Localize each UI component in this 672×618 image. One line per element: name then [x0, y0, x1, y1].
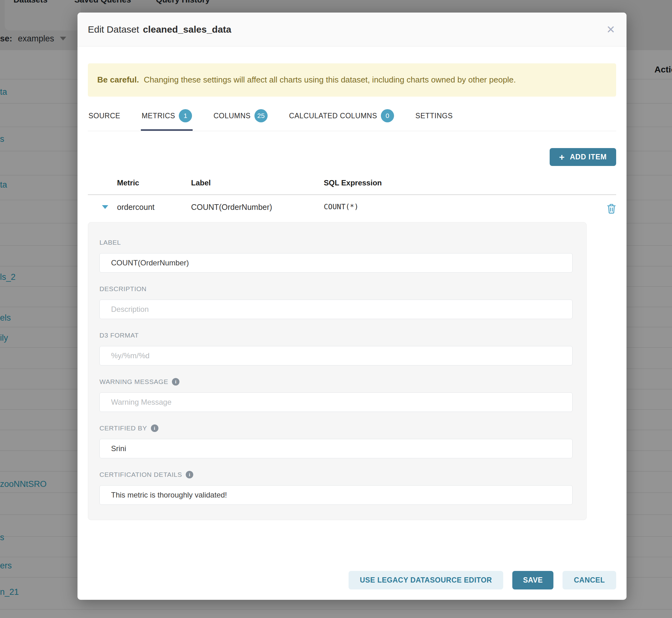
tab-calculated-columns[interactable]: CALCULATED COLUMNS0 [288, 109, 395, 131]
tab-label: CALCULATED COLUMNS [289, 112, 377, 120]
warning-message-field-group: WARNING MESSAGEi [99, 378, 573, 412]
tab-metrics[interactable]: METRICS1 [141, 109, 193, 131]
tab-columns[interactable]: COLUMNS25 [213, 109, 268, 131]
field-label-text: CERTIFIED BY [99, 424, 147, 432]
info-icon[interactable]: i [151, 424, 159, 432]
modal-title-prefix: Edit Dataset [88, 24, 139, 35]
edit-dataset-modal: Edit Dataset cleaned_sales_data ✕ Be car… [78, 13, 627, 600]
certification-details-field-group: CERTIFICATION DETAILSi [99, 471, 573, 505]
column-header-sql-expression: SQL Expression [324, 179, 600, 187]
use-legacy-datasource-editor-button[interactable]: USE LEGACY DATASOURCE EDITOR [349, 571, 503, 590]
warning-banner: Be careful. Changing these settings will… [88, 63, 616, 97]
label-field-group: LABEL [99, 239, 573, 273]
tab-label: METRICS [141, 112, 175, 120]
tab-settings[interactable]: SETTINGS [415, 109, 453, 131]
trash-icon[interactable] [607, 203, 616, 216]
certified-by-input[interactable] [99, 439, 573, 458]
d3-format-input[interactable] [99, 346, 573, 366]
modal-footer: USE LEGACY DATASOURCE EDITOR SAVE CANCEL [349, 571, 616, 590]
certification-details-label: CERTIFICATION DETAILSi [99, 471, 573, 479]
tab-source[interactable]: SOURCE [88, 109, 121, 131]
save-button[interactable]: SAVE [512, 571, 553, 590]
info-icon[interactable]: i [172, 378, 179, 386]
field-label-text: D3 FORMAT [99, 332, 139, 339]
tab-label: SOURCE [88, 112, 120, 120]
label-input[interactable] [99, 253, 573, 273]
description-label: DESCRIPTION [99, 285, 573, 293]
metric-detail-panel: LABELDESCRIPTIOND3 FORMATWARNING MESSAGE… [88, 222, 587, 520]
tab-count-badge: 1 [179, 109, 192, 122]
close-icon[interactable]: ✕ [606, 13, 615, 46]
modal-body: Be careful. Changing these settings will… [78, 63, 627, 520]
field-label-text: CERTIFICATION DETAILS [99, 471, 182, 479]
add-item-button[interactable]: + ADD ITEM [550, 148, 616, 166]
column-header-label: Label [191, 179, 324, 187]
add-item-label: ADD ITEM [570, 153, 607, 161]
certified-by-label: CERTIFIED BYi [99, 424, 573, 432]
metric-label: COUNT(OrderNumber) [191, 203, 324, 212]
tab-count-badge: 25 [255, 109, 268, 122]
warning-message-input[interactable] [99, 393, 573, 412]
certification-details-input[interactable] [99, 485, 573, 505]
description-input[interactable] [99, 300, 573, 319]
add-item-row: + ADD ITEM [88, 148, 616, 166]
label-label: LABEL [99, 239, 573, 246]
expand-caret-cell [88, 203, 117, 209]
metric-row: ordercountCOUNT(OrderNumber)COUNT(*) [88, 195, 616, 216]
plus-icon: + [559, 152, 565, 162]
warning-bold-text: Be careful. [97, 75, 139, 84]
editor-tabs: SOURCEMETRICS1COLUMNS25CALCULATED COLUMN… [88, 109, 616, 131]
caret-down-icon[interactable] [102, 205, 108, 209]
description-field-group: DESCRIPTION [99, 285, 573, 319]
cancel-button[interactable]: CANCEL [563, 571, 616, 590]
modal-header: Edit Dataset cleaned_sales_data ✕ [78, 13, 627, 46]
screen: Datasets Saved Queries Query History se:… [0, 0, 672, 618]
modal-title-dataset-name: cleaned_sales_data [143, 24, 231, 35]
metrics-table: MetricLabelSQL Expression ordercountCOUN… [88, 179, 616, 216]
tab-label: SETTINGS [415, 112, 453, 120]
d3-format-field-group: D3 FORMAT [99, 332, 573, 366]
d3-format-label: D3 FORMAT [99, 332, 573, 339]
metric-name: ordercount [117, 203, 191, 212]
info-icon[interactable]: i [186, 471, 193, 479]
warning-message-label: WARNING MESSAGEi [99, 378, 573, 386]
field-label-text: LABEL [99, 239, 121, 246]
tab-label: COLUMNS [213, 112, 251, 120]
field-label-text: WARNING MESSAGE [99, 378, 168, 386]
metrics-table-body: ordercountCOUNT(OrderNumber)COUNT(*) [88, 195, 616, 216]
warning-text: Changing these settings will affect all … [144, 75, 516, 84]
metrics-table-header: MetricLabelSQL Expression [88, 179, 616, 195]
metric-sql-expression: COUNT(*) [324, 203, 600, 211]
column-header-metric: Metric [117, 179, 191, 187]
certified-by-field-group: CERTIFIED BYi [99, 424, 573, 458]
field-label-text: DESCRIPTION [99, 285, 147, 293]
tab-count-badge: 0 [381, 109, 394, 122]
